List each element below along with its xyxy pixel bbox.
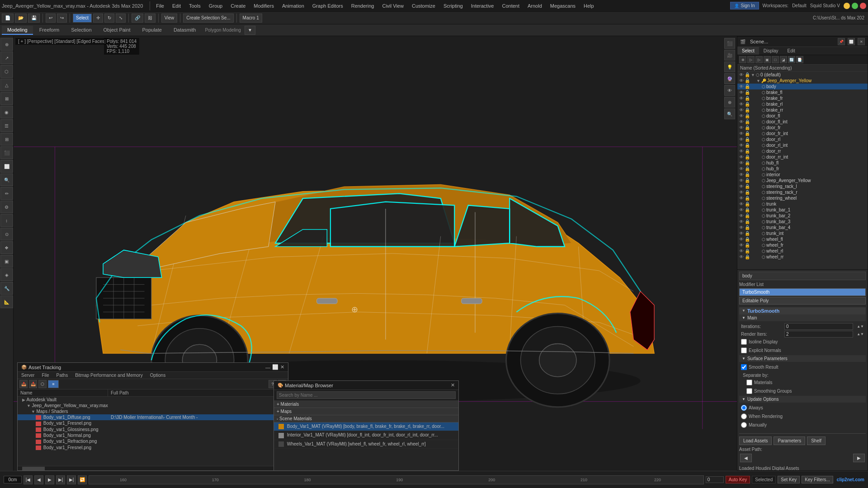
- unlink-btn[interactable]: ⛓: [145, 14, 156, 23]
- menu-group[interactable]: Group: [205, 2, 226, 9]
- sidebar-icon-7[interactable]: ☰: [0, 119, 13, 132]
- modifier-editable-poly[interactable]: Editable Poly: [739, 297, 866, 305]
- scroll-right-btn[interactable]: ▶: [853, 454, 865, 462]
- menu-customize[interactable]: Customize: [408, 2, 439, 9]
- prev-frame-btn[interactable]: ◀: [34, 475, 43, 484]
- tree-item-door-rl-int[interactable]: 👁🔒 ⬡ door_rl_int: [737, 142, 868, 148]
- tab-selection[interactable]: Selection: [66, 26, 97, 35]
- rotate-btn[interactable]: ↻: [104, 14, 114, 23]
- menu-megascans[interactable]: Megascans: [547, 2, 579, 9]
- asset-row-jeep-max[interactable]: ▼ Jeep_Avenger_Yellow_max_vray.max: [18, 403, 288, 408]
- select-btn[interactable]: Select: [73, 14, 92, 23]
- mat-close-btn[interactable]: ✕: [451, 382, 455, 388]
- main-section[interactable]: ▼ Main: [739, 314, 866, 321]
- asset-row-diffuse[interactable]: Body_var1_Diffuse.png D:\3D Molier Inter…: [18, 414, 288, 420]
- window-maximize[interactable]: [852, 3, 858, 9]
- scene-tb-collapse[interactable]: ▷: [755, 56, 763, 63]
- asset-row-maps[interactable]: ▼ Maps / Shaders: [18, 408, 288, 414]
- menu-animation[interactable]: Animation: [278, 2, 308, 9]
- next-frame-btn[interactable]: ▶|: [56, 475, 65, 484]
- asset-row-fresnel2[interactable]: Body_var1_Fresnel.png: [18, 445, 288, 450]
- undo-btn[interactable]: ↩: [46, 14, 56, 23]
- mat-item-wheels[interactable]: Wheels_Var1_MAT (VRayMtl) [wheel_fl, whe…: [274, 440, 458, 449]
- sidebar-icon-9[interactable]: ⬛: [0, 146, 13, 159]
- scene-tb-expand[interactable]: ▷: [747, 56, 755, 63]
- vp-icon-1[interactable]: ⬛: [724, 38, 735, 49]
- sidebar-icon-5[interactable]: ⊠: [0, 92, 13, 105]
- tree-item-brake-rr[interactable]: 👁🔒 ⬡ brake_rr: [737, 107, 868, 113]
- sidebar-icon-13[interactable]: ⚙: [0, 201, 13, 213]
- scene-tab-select[interactable]: Select: [737, 47, 759, 55]
- sidebar-icon-4[interactable]: △: [0, 79, 13, 91]
- tree-item-jeep-avenger[interactable]: 👁🔒 ▼ 🔑 Jeep_Avenger_Yellow: [737, 78, 868, 84]
- menu-civil-view[interactable]: Civil View: [378, 2, 407, 9]
- tree-item-door-fl-int[interactable]: 👁🔒 ⬡ door_fl_int: [737, 119, 868, 125]
- modifier-search-input[interactable]: [739, 272, 866, 280]
- scene-tb-select-all[interactable]: ▣: [764, 56, 771, 63]
- link-btn[interactable]: 🔗: [132, 14, 143, 23]
- tree-item-steering-wheel[interactable]: 👁🔒 ⬡ steering_wheel: [737, 195, 868, 201]
- vp-icon-3[interactable]: 💡: [724, 61, 735, 72]
- sidebar-icon-16[interactable]: ❖: [0, 241, 13, 254]
- sidebar-icon-15[interactable]: ⊙: [0, 228, 13, 240]
- scene-tb-invert[interactable]: ◪: [780, 56, 787, 63]
- macro-btn[interactable]: Macro 1: [240, 14, 262, 23]
- scene-tab-edit[interactable]: Edit: [783, 47, 800, 55]
- tree-item-trunk-bar-2[interactable]: 👁🔒 ⬡ trunk_bar_2: [737, 213, 868, 219]
- vp-icon-5[interactable]: 👁: [724, 85, 735, 96]
- vp-icon-4[interactable]: 🔮: [724, 73, 735, 84]
- sidebar-icon-2[interactable]: ↗: [0, 52, 13, 64]
- sidebar-icon-19[interactable]: 🔧: [0, 282, 13, 295]
- scale-btn[interactable]: ⤡: [116, 14, 126, 23]
- sidebar-icon-3[interactable]: ⬡: [0, 65, 13, 78]
- scene-tree[interactable]: 👁🔒 ▼ ⬡ 0 (default) 👁🔒 ▼ 🔑 Jeep_Avenger_Y…: [737, 72, 868, 269]
- asset-close-btn[interactable]: ✕: [280, 364, 284, 370]
- redo-btn[interactable]: ↪: [57, 14, 67, 23]
- mat-section-maps[interactable]: + Maps: [274, 408, 458, 415]
- tree-item-brake-fr[interactable]: 👁🔒 ⬡ brake_fr: [737, 95, 868, 101]
- asset-row-fresnel[interactable]: Body_var1_Fresnel.png: [18, 420, 288, 426]
- mat-search-input[interactable]: [277, 391, 456, 399]
- sidebar-icon-8[interactable]: ⊞: [0, 133, 13, 145]
- asset-row-normal[interactable]: Body_var1_Normal.png: [18, 432, 288, 438]
- update-options-section[interactable]: ▼ Update Options: [739, 396, 866, 403]
- menu-tools[interactable]: Tools: [185, 2, 204, 9]
- tab-modeling[interactable]: Modeling: [2, 26, 33, 35]
- scene-pin-btn[interactable]: 📌: [838, 38, 845, 45]
- tree-item-default[interactable]: 👁🔒 ▼ ⬡ 0 (default): [737, 72, 868, 78]
- open-file-btn[interactable]: 📂: [15, 14, 27, 23]
- tree-item-wheel-rr[interactable]: 👁🔒 ⬡ wheel_rr: [737, 254, 868, 260]
- save-btn[interactable]: 💾: [28, 14, 40, 23]
- sign-in-button[interactable]: 👤 Sign In: [730, 2, 759, 9]
- scene-tb-deselect[interactable]: □: [772, 56, 779, 63]
- sidebar-icon-6[interactable]: ◉: [0, 106, 13, 118]
- frame-input[interactable]: [706, 476, 724, 483]
- iterations-input[interactable]: [784, 323, 853, 330]
- isoline-checkbox[interactable]: [741, 339, 747, 345]
- when-rendering-radio[interactable]: [741, 413, 747, 419]
- manually-radio[interactable]: [741, 422, 747, 428]
- sidebar-icon-10[interactable]: ⬜: [0, 160, 13, 173]
- tree-item-trunk-int[interactable]: 👁🔒 ⬡ trunk_int: [737, 230, 868, 236]
- sidebar-icon-14[interactable]: ↕: [0, 214, 13, 227]
- menu-create[interactable]: Create: [227, 2, 249, 9]
- new-file-btn[interactable]: 📄: [2, 14, 14, 23]
- create-selection-btn[interactable]: Create Selection Se...: [183, 14, 233, 23]
- asset-menu-bitmap[interactable]: Bitmap Performance and Memory: [71, 372, 146, 379]
- tree-item-trunk-bar-3[interactable]: 👁🔒 ⬡ trunk_bar_3: [737, 219, 868, 225]
- scene-tb-layer[interactable]: 📑: [796, 56, 803, 63]
- asset-row-glossiness[interactable]: Body_var1_Glossiness.png: [18, 427, 288, 432]
- tree-item-body[interactable]: 👁🔒 ⬡ body: [737, 84, 868, 89]
- tab-populate[interactable]: Populate: [137, 26, 167, 35]
- asset-menu-server[interactable]: Server: [18, 372, 38, 379]
- tree-item-door-rr-int[interactable]: 👁🔒 ⬡ door_rr_int: [737, 154, 868, 160]
- shelf-btn[interactable]: Shelf: [807, 436, 826, 445]
- sidebar-icon-18[interactable]: ◈: [0, 268, 13, 281]
- tree-item-hub-fr[interactable]: 👁🔒 ⬡ hub_fr: [737, 166, 868, 172]
- sidebar-icon-1[interactable]: ⊕: [0, 38, 13, 51]
- sidebar-icon-17[interactable]: ▣: [0, 255, 13, 267]
- tree-item-wheel-rl[interactable]: 👁🔒 ⬡ wheel_rl: [737, 248, 868, 254]
- menu-graph-editors[interactable]: Graph Editors: [309, 2, 347, 9]
- tree-item-jeep2[interactable]: 👁🔒 ⬡ Jeep_Avenger_Yellow: [737, 178, 868, 183]
- timeline-ruler[interactable]: 160 170 180 190 200 210 220: [89, 475, 704, 484]
